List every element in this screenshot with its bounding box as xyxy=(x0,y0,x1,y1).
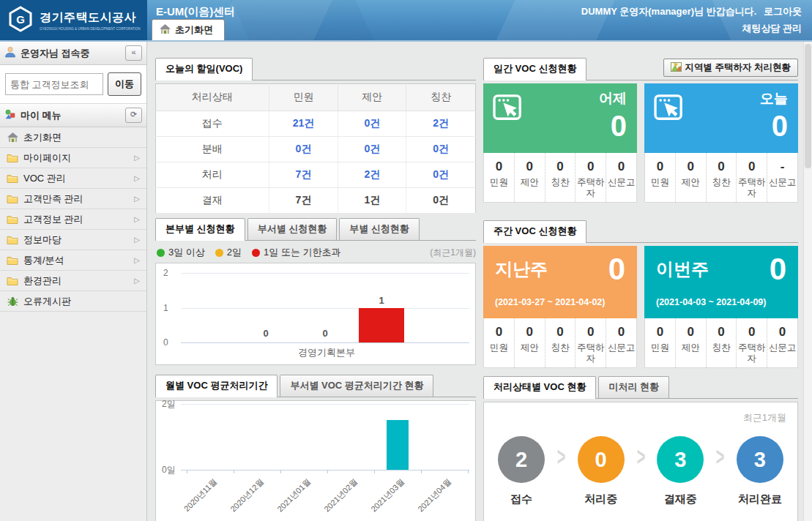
chat-consult-management-link[interactable]: 채팅상담 관리 xyxy=(742,22,802,35)
voc-count-link[interactable]: 0건 xyxy=(338,111,406,137)
scrollbar-thumb[interactable] xyxy=(805,44,811,168)
voc-count-link[interactable]: 0건 xyxy=(406,162,476,188)
company-logo[interactable]: G 경기주택도시공사 GYEONGGI HOUSING & URBAN DEVE… xyxy=(0,0,147,40)
home-icon xyxy=(7,132,18,143)
tab-monthly-0[interactable]: 월별 VOC 평균처리기간 xyxy=(155,375,278,397)
today-tasks-table: 처리상태민원제안칭찬접수21건0건2건분배0건0건0건처리7건2건0건결재7건1… xyxy=(155,83,476,214)
stat-item: 0칭찬 xyxy=(706,318,737,367)
this-week-stats: 0민원0제안0칭찬0주택하자0신문고 xyxy=(644,318,798,368)
sidebar-item-info-plaza[interactable]: 정보마당▷ xyxy=(0,230,146,250)
app-title: E-UM(이음)센터 xyxy=(156,5,235,19)
tab-status-0[interactable]: 처리상태별 VOC 현황 xyxy=(483,376,596,399)
folder-icon xyxy=(7,276,18,285)
legend-item: 1일 또는 기한초과 xyxy=(252,246,340,259)
tab-dept-0[interactable]: 본부별 신청현황 xyxy=(155,218,245,241)
status-step-label: 처리중 xyxy=(584,492,617,506)
status-step-2: 3결재중 xyxy=(650,436,710,506)
table-header-row: 처리상태민원제안칭찬 xyxy=(156,84,476,111)
chevron-right-icon: ▷ xyxy=(134,174,140,182)
sidebar-item-voc-management[interactable]: VOC 관리▷ xyxy=(0,168,146,189)
status-circle[interactable]: 2 xyxy=(498,436,545,483)
daily-voc-panel: 일간 VOC 신청현황 지역별 주택하자 처리현황 어제 0 0민원0제안0칭찬… xyxy=(483,57,798,203)
customer-search-input[interactable] xyxy=(5,73,103,95)
voc-count-link[interactable]: 0건 xyxy=(269,137,338,162)
legend-label: 1일 또는 기한초과 xyxy=(264,246,340,259)
today-stats: 0민원0제안0칭찬0주택하자-신문고 xyxy=(644,153,798,203)
sidebar-item-home-screen[interactable]: 초기화면 xyxy=(0,127,146,148)
today-card[interactable]: 오늘 0 xyxy=(644,83,798,153)
bug-icon xyxy=(7,296,18,307)
daily-cards: 어제 0 0민원0제안0칭찬0주택하자0신문고 오늘 0 0민원0제안0칭찬0주… xyxy=(483,83,798,203)
today-tasks-panel: 오늘의 할일(VOC) 처리상태민원제안칭찬접수21건0건2건분배0건0건0건처… xyxy=(155,57,476,214)
legend-dot-icon xyxy=(215,249,223,257)
chart-bar[interactable] xyxy=(387,420,409,470)
folder-icon xyxy=(7,194,18,203)
folder-icon xyxy=(7,255,18,265)
sidebar-item-error-board[interactable]: 오류게시판 xyxy=(0,291,146,312)
vertical-scrollbar[interactable] xyxy=(803,42,812,521)
tab-home-screen[interactable]: 초기화면 xyxy=(152,19,225,40)
sidebar-collapse-button[interactable]: « xyxy=(125,45,142,61)
bar-value-label: 1 xyxy=(367,295,396,306)
sidebar-item-my-page[interactable]: 마이페이지▷ xyxy=(0,148,146,168)
sidebar-item-customer-satisfaction[interactable]: 고객만족 관리▷ xyxy=(0,189,146,209)
tab-today-tasks[interactable]: 오늘의 할일(VOC) xyxy=(155,58,253,80)
tab-daily-voc[interactable]: 일간 VOC 신청현황 xyxy=(483,58,586,80)
folder-icon xyxy=(7,153,18,162)
legend-dot-icon xyxy=(157,249,165,257)
chart-bar[interactable] xyxy=(359,308,404,343)
voc-count-link[interactable]: 0건 xyxy=(338,137,406,162)
voc-count: 1건 xyxy=(338,188,406,214)
stat-item: 0칭찬 xyxy=(706,153,737,202)
go-button[interactable]: 이동 xyxy=(108,72,141,96)
sidebar-item-statistics-analysis[interactable]: 통계/분석▷ xyxy=(0,250,146,271)
welcome-text: DUMMY 운영자(manager)님 반갑습니다. xyxy=(581,6,757,17)
my-menu-header: 마이 메뉴 ⟳ xyxy=(0,104,146,127)
logout-link[interactable]: 로그아웃 xyxy=(764,6,802,17)
yesterday-card[interactable]: 어제 0 xyxy=(483,83,637,153)
chevron-right-icon: ▷ xyxy=(134,256,140,264)
sidebar-item-customer-info[interactable]: 고객정보 관리▷ xyxy=(0,209,146,230)
stat-item: 0민원 xyxy=(484,153,514,202)
browser-cursor-icon xyxy=(654,94,686,125)
tab-status-1[interactable]: 미처리 현황 xyxy=(598,376,669,398)
tab-dept-1[interactable]: 부서별 신청현황 xyxy=(247,218,338,240)
status-tabs: 처리상태별 VOC 현황미처리 현황 xyxy=(483,375,798,399)
voc-count-link[interactable]: 2건 xyxy=(406,111,476,137)
sidebar-item-environment-management[interactable]: 환경관리▷ xyxy=(0,271,146,291)
status-circle[interactable]: 3 xyxy=(737,436,783,483)
table-row: 결재7건1건0건 xyxy=(156,188,476,214)
tab-dept-2[interactable]: 부별 신청현황 xyxy=(339,218,420,240)
main-content: 오늘의 할일(VOC) 처리상태민원제안칭찬접수21건0건2건분배0건0건0건처… xyxy=(147,42,812,521)
company-logo-icon: G xyxy=(7,6,34,35)
voc-count-link[interactable]: 21건 xyxy=(269,111,338,137)
chevron-right-icon: > xyxy=(716,442,725,473)
chevron-right-icon: ▷ xyxy=(134,236,140,244)
voc-count-link[interactable]: 0건 xyxy=(406,137,476,162)
status-circle[interactable]: 3 xyxy=(657,436,704,483)
this-week-card[interactable]: 이번주 0 (2021-04-03 ~ 2021-04-09) xyxy=(644,246,798,318)
legend-item: 3일 이상 xyxy=(157,246,205,259)
daily-voc-tab-row: 일간 VOC 신청현황 지역별 주택하자 처리현황 xyxy=(483,57,798,80)
voc-count-link[interactable]: 7건 xyxy=(269,162,338,188)
voc-count-link[interactable]: 2건 xyxy=(338,162,406,188)
refresh-icon[interactable]: ⟳ xyxy=(125,108,142,123)
monthly-bar-chart: 2일0일2020년11월2020년12월2021년01월2021년02월2021… xyxy=(155,400,476,521)
this-week-period: (2021-04-03 ~ 2021-04-09) xyxy=(656,297,766,307)
welcome-message: DUMMY 운영자(manager)님 반갑습니다. 로그아웃 xyxy=(581,5,802,18)
last-week-total: 0 xyxy=(608,249,625,291)
axis-tick xyxy=(187,470,187,473)
stat-item: 0제안 xyxy=(514,153,545,202)
tab-weekly-voc[interactable]: 주간 VOC 신청현황 xyxy=(483,220,586,243)
yesterday-stats: 0민원0제안0칭찬0주택하자0신문고 xyxy=(483,153,637,203)
tab-monthly-1[interactable]: 부서별 VOC 평균처리기간 현황 xyxy=(280,375,433,397)
monthly-avg-panel: 월별 VOC 평균처리기간부서별 VOC 평균처리기간 현황 2일0일2020년… xyxy=(155,374,476,521)
regional-defect-status-button[interactable]: 지역별 주택하자 처리현황 xyxy=(663,59,798,77)
status-circle[interactable]: 0 xyxy=(578,436,625,483)
my-menu-label: 마이 메뉴 xyxy=(21,109,121,122)
legend-period-note: (최근1개월) xyxy=(430,247,476,259)
y-axis-tick: 2일 xyxy=(162,398,181,411)
axis-tick xyxy=(468,470,469,473)
x-axis-category-label: 경영기획본부 xyxy=(253,346,400,359)
last-week-card[interactable]: 지난주 0 (2021-03-27 ~ 2021-04-02) xyxy=(483,246,637,318)
